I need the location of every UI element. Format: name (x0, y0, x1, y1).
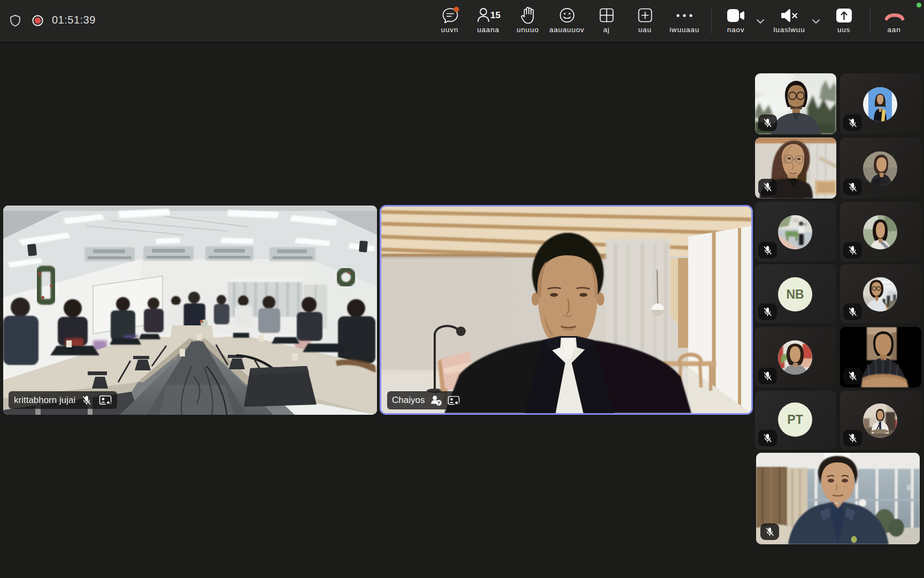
svg-text:?: ? (437, 400, 440, 406)
